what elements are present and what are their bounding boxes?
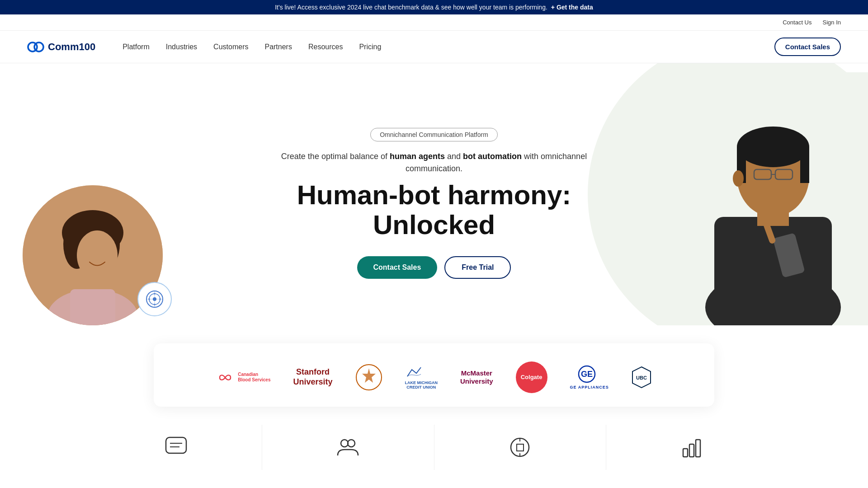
logos-section-wrapper: Canadian Blood Services StanfordUniversi… — [0, 343, 868, 407]
svg-point-8 — [77, 230, 118, 280]
logos-section: Canadian Blood Services StanfordUniversi… — [154, 343, 714, 407]
banner-text: It's live! Access exclusive 2024 live ch… — [275, 4, 547, 11]
logo-lakemichigan: LAKE MICHIGANCREDIT UNION — [405, 365, 438, 389]
svg-point-43 — [348, 440, 355, 447]
ge-appliances-text: GE APPLIANCES — [570, 385, 609, 389]
hero-person-left — [23, 185, 163, 325]
mcmaster-text: McMasterUniversity — [460, 369, 493, 385]
subtitle-part1: Create the optimal balance of — [281, 152, 390, 161]
nav-industries[interactable]: Industries — [166, 43, 197, 51]
infinity-icon — [216, 372, 234, 383]
subtitle-bold1: human agents — [390, 152, 445, 161]
colgate-badge: Colgate — [516, 361, 547, 393]
hero-section: Omnichannel Communication Platform Creat… — [0, 63, 868, 325]
subtitle-part2: and — [445, 152, 463, 161]
automation-icon — [506, 434, 533, 461]
svg-point-17 — [154, 304, 156, 305]
contact-us-link[interactable]: Contact Us — [783, 19, 811, 26]
features-row — [0, 407, 868, 479]
logo-stanford: StanfordUniversity — [293, 367, 332, 387]
cbs-text: Canadian Blood Services — [238, 372, 270, 383]
svg-rect-49 — [696, 440, 700, 457]
nav-contact-sales-button[interactable]: Contact Sales — [774, 38, 841, 56]
hero-contact-sales-button[interactable]: Contact Sales — [357, 256, 438, 279]
stanford-text: StanfordUniversity — [293, 367, 332, 387]
logo-text: Comm100 — [48, 41, 95, 53]
nav-resources[interactable]: Resources — [308, 43, 343, 51]
svg-point-30 — [733, 170, 744, 187]
hero-buttons: Contact Sales Free Trial — [280, 256, 588, 279]
svg-text:GE: GE — [581, 370, 593, 379]
person-right-svg — [678, 72, 868, 325]
top-banner: It's live! Access exclusive 2024 live ch… — [0, 0, 868, 14]
hero-badge: Omnichannel Communication Platform — [370, 128, 498, 141]
logos-grid: Canadian Blood Services StanfordUniversi… — [181, 361, 687, 393]
logo-cbs: Canadian Blood Services — [216, 372, 270, 383]
ubc-wrapper: UBC — [632, 366, 652, 389]
nav-links: Platform Industries Customers Partners R… — [123, 43, 774, 51]
logo[interactable]: Comm100 — [27, 41, 95, 53]
utility-bar: Contact Us Sign In — [0, 14, 868, 31]
colgate-text: Colgate — [521, 374, 542, 380]
svg-rect-26 — [800, 147, 809, 183]
analytics-icon — [678, 434, 705, 461]
logo-texas — [355, 364, 382, 391]
feature-analytics — [606, 425, 778, 470]
svg-rect-47 — [683, 449, 688, 457]
svg-marker-34 — [362, 368, 376, 383]
hero-title: Human-bot harmony: Unlocked — [280, 180, 588, 240]
hero-subtitle: Create the optimal balance of human agen… — [280, 150, 588, 175]
svg-rect-21 — [714, 217, 832, 325]
logo-geappliances: GE GE APPLIANCES — [570, 365, 609, 389]
hero-free-trial-button[interactable]: Free Trial — [444, 256, 511, 279]
svg-rect-39 — [166, 437, 186, 453]
hero-content: Omnichannel Communication Platform Creat… — [280, 128, 588, 279]
feature-chat — [90, 425, 262, 470]
lakemichigan-icon — [405, 365, 423, 379]
logo-icon — [27, 41, 44, 53]
svg-rect-48 — [689, 444, 694, 457]
logo-colgate: Colgate — [516, 361, 547, 393]
svg-point-15 — [154, 293, 156, 295]
nav-partners[interactable]: Partners — [264, 43, 292, 51]
ai-badge — [137, 282, 172, 316]
svg-point-16 — [159, 298, 161, 300]
ge-logo-wrapper: GE GE APPLIANCES — [570, 365, 609, 389]
svg-point-42 — [341, 440, 348, 447]
svg-text:UBC: UBC — [636, 375, 647, 380]
nav-customers[interactable]: Customers — [213, 43, 248, 51]
logo-mcmaster: McMasterUniversity — [460, 369, 493, 385]
cbs-logo-wrapper: Canadian Blood Services — [216, 372, 270, 383]
chat-icon — [163, 434, 190, 461]
feature-automation — [434, 425, 606, 470]
main-nav: Comm100 Platform Industries Customers Pa… — [0, 31, 868, 63]
nav-pricing[interactable]: Pricing — [359, 43, 381, 51]
ubc-crest-icon: UBC — [632, 366, 652, 389]
hero-person-right — [678, 72, 868, 325]
logo-ubc: UBC — [632, 366, 652, 389]
agents-icon — [335, 434, 362, 461]
ai-brain-icon — [145, 289, 165, 309]
svg-point-14 — [153, 297, 156, 301]
nav-platform[interactable]: Platform — [123, 43, 150, 51]
svg-point-24 — [737, 127, 809, 167]
banner-link[interactable]: + Get the data — [551, 4, 593, 11]
svg-point-18 — [148, 298, 150, 300]
feature-agents — [262, 425, 434, 470]
lakemichigan-text: LAKE MICHIGANCREDIT UNION — [405, 365, 438, 389]
ge-icon: GE — [577, 365, 602, 383]
svg-rect-9 — [70, 289, 115, 325]
subtitle-bold2: bot automation — [463, 152, 522, 161]
svg-point-1 — [34, 42, 43, 52]
texas-seal-icon — [355, 364, 382, 391]
sign-in-link[interactable]: Sign In — [823, 19, 841, 26]
